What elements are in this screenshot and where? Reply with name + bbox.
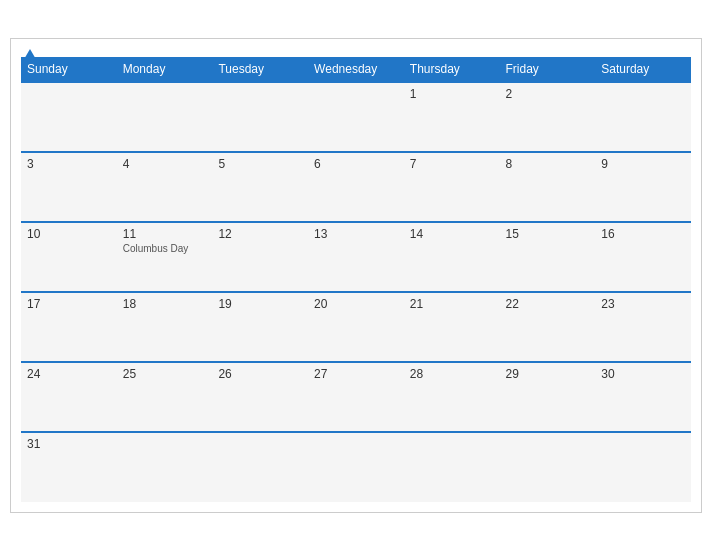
day-number: 20 — [314, 297, 398, 311]
calendar-cell: 11Columbus Day — [117, 222, 213, 292]
calendar-cell: 3 — [21, 152, 117, 222]
calendar-cell: 27 — [308, 362, 404, 432]
calendar-thead: SundayMondayTuesdayWednesdayThursdayFrid… — [21, 57, 691, 82]
calendar-cell: 7 — [404, 152, 500, 222]
day-number: 8 — [506, 157, 590, 171]
day-number: 14 — [410, 227, 494, 241]
day-number: 28 — [410, 367, 494, 381]
calendar-cell — [308, 82, 404, 152]
calendar-cell: 5 — [212, 152, 308, 222]
calendar-cell: 25 — [117, 362, 213, 432]
calendar-cell: 8 — [500, 152, 596, 222]
logo-triangle-icon — [23, 49, 37, 61]
day-number: 31 — [27, 437, 111, 451]
day-number: 24 — [27, 367, 111, 381]
day-number: 21 — [410, 297, 494, 311]
calendar-cell: 26 — [212, 362, 308, 432]
calendar-cell — [500, 432, 596, 502]
calendar-container: SundayMondayTuesdayWednesdayThursdayFrid… — [10, 38, 702, 513]
day-number: 19 — [218, 297, 302, 311]
calendar-cell: 24 — [21, 362, 117, 432]
calendar-cell: 4 — [117, 152, 213, 222]
calendar-cell: 29 — [500, 362, 596, 432]
calendar-cell: 19 — [212, 292, 308, 362]
week-row-1: 3456789 — [21, 152, 691, 222]
week-row-2: 1011Columbus Day1213141516 — [21, 222, 691, 292]
day-number: 1 — [410, 87, 494, 101]
calendar-cell: 17 — [21, 292, 117, 362]
calendar-cell: 1 — [404, 82, 500, 152]
calendar-cell: 9 — [595, 152, 691, 222]
calendar-cell: 12 — [212, 222, 308, 292]
weekday-header-friday: Friday — [500, 57, 596, 82]
day-number: 17 — [27, 297, 111, 311]
logo — [21, 49, 37, 61]
week-row-4: 24252627282930 — [21, 362, 691, 432]
calendar-cell: 23 — [595, 292, 691, 362]
calendar-cell — [404, 432, 500, 502]
day-number: 23 — [601, 297, 685, 311]
day-number: 9 — [601, 157, 685, 171]
calendar-cell — [595, 82, 691, 152]
weekday-header-row: SundayMondayTuesdayWednesdayThursdayFrid… — [21, 57, 691, 82]
day-number: 3 — [27, 157, 111, 171]
calendar-cell — [595, 432, 691, 502]
weekday-header-thursday: Thursday — [404, 57, 500, 82]
day-number: 27 — [314, 367, 398, 381]
calendar-cell — [308, 432, 404, 502]
day-number: 22 — [506, 297, 590, 311]
calendar-cell: 14 — [404, 222, 500, 292]
calendar-cell — [117, 432, 213, 502]
week-row-0: 12 — [21, 82, 691, 152]
day-number: 6 — [314, 157, 398, 171]
day-number: 5 — [218, 157, 302, 171]
day-number: 29 — [506, 367, 590, 381]
calendar-cell — [212, 82, 308, 152]
calendar-cell: 13 — [308, 222, 404, 292]
calendar-cell: 21 — [404, 292, 500, 362]
day-number: 18 — [123, 297, 207, 311]
calendar-tbody: 1234567891011Columbus Day121314151617181… — [21, 82, 691, 502]
day-number: 13 — [314, 227, 398, 241]
calendar-cell — [212, 432, 308, 502]
weekday-header-wednesday: Wednesday — [308, 57, 404, 82]
calendar-cell — [117, 82, 213, 152]
calendar-cell: 16 — [595, 222, 691, 292]
calendar-cell: 6 — [308, 152, 404, 222]
weekday-header-monday: Monday — [117, 57, 213, 82]
day-number: 26 — [218, 367, 302, 381]
day-number: 25 — [123, 367, 207, 381]
calendar-cell: 28 — [404, 362, 500, 432]
day-number: 12 — [218, 227, 302, 241]
day-number: 7 — [410, 157, 494, 171]
day-number: 4 — [123, 157, 207, 171]
week-row-5: 31 — [21, 432, 691, 502]
event-label: Columbus Day — [123, 243, 207, 254]
day-number: 15 — [506, 227, 590, 241]
day-number: 11 — [123, 227, 207, 241]
calendar-cell: 30 — [595, 362, 691, 432]
day-number: 10 — [27, 227, 111, 241]
calendar-cell: 31 — [21, 432, 117, 502]
week-row-3: 17181920212223 — [21, 292, 691, 362]
calendar-cell: 18 — [117, 292, 213, 362]
weekday-header-tuesday: Tuesday — [212, 57, 308, 82]
weekday-header-saturday: Saturday — [595, 57, 691, 82]
calendar-cell: 22 — [500, 292, 596, 362]
calendar-cell — [21, 82, 117, 152]
calendar-cell: 10 — [21, 222, 117, 292]
day-number: 2 — [506, 87, 590, 101]
calendar-cell: 2 — [500, 82, 596, 152]
calendar-cell: 15 — [500, 222, 596, 292]
calendar-cell: 20 — [308, 292, 404, 362]
day-number: 16 — [601, 227, 685, 241]
day-number: 30 — [601, 367, 685, 381]
calendar-table: SundayMondayTuesdayWednesdayThursdayFrid… — [21, 57, 691, 502]
